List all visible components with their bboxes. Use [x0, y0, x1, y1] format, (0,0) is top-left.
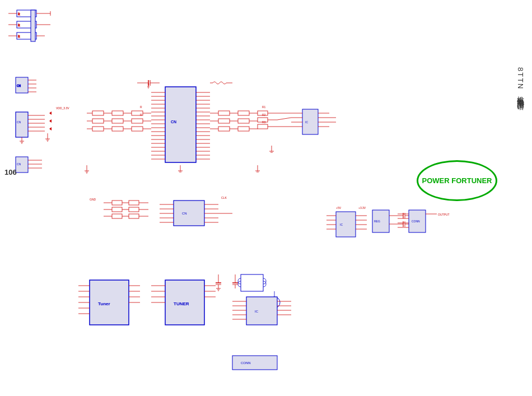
- svg-text:+5V: +5V: [336, 206, 342, 209]
- svg-rect-167: [112, 201, 122, 205]
- svg-rect-75: [112, 127, 123, 131]
- svg-text:+3.3V: +3.3V: [358, 206, 366, 209]
- svg-rect-168: [129, 201, 139, 205]
- svg-text:CN: CN: [17, 162, 21, 166]
- svg-text:CN: CN: [17, 84, 21, 87]
- svg-rect-91: [218, 127, 230, 131]
- svg-text:R: R: [18, 24, 20, 27]
- svg-marker-275: [49, 127, 52, 131]
- svg-rect-68: [112, 119, 123, 123]
- svg-rect-92: [238, 127, 249, 131]
- svg-text:R: R: [18, 35, 20, 38]
- svg-text:CN: CN: [182, 212, 187, 215]
- svg-text:CLK: CLK: [221, 196, 227, 199]
- svg-text:GND: GND: [90, 198, 96, 201]
- svg-text:R: R: [18, 12, 20, 16]
- svg-text:R2: R2: [262, 113, 266, 117]
- svg-rect-82: [238, 111, 249, 115]
- svg-text:R: R: [140, 113, 142, 117]
- svg-rect-108: [258, 124, 268, 129]
- power-for-tuner-annotation: POWER FOR TUNER: [417, 160, 497, 201]
- svg-text:CONN: CONN: [241, 361, 251, 365]
- svg-marker-273: [49, 111, 52, 115]
- svg-rect-177: [112, 214, 122, 218]
- svg-rect-69: [132, 119, 143, 123]
- svg-rect-60: [92, 111, 104, 115]
- svg-text:OUTPUT: OUTPUT: [438, 213, 450, 216]
- svg-rect-74: [92, 127, 104, 131]
- page-number: 106: [4, 168, 17, 176]
- power-for-tuner-text: POWER FOR: [422, 176, 467, 185]
- svg-text:CN: CN: [17, 120, 21, 124]
- svg-rect-86: [218, 119, 230, 123]
- svg-rect-147: [241, 274, 263, 291]
- svg-text:CN: CN: [171, 120, 176, 124]
- svg-rect-12: [31, 10, 35, 41]
- svg-line-113: [277, 118, 291, 120]
- svg-marker-274: [49, 119, 52, 123]
- svg-rect-153: [232, 356, 277, 370]
- svg-text:CONN: CONN: [412, 220, 420, 223]
- svg-text:Tuner: Tuner: [98, 301, 110, 306]
- svg-rect-81: [218, 111, 230, 115]
- svg-rect-61: [112, 111, 123, 115]
- svg-rect-87: [238, 119, 249, 123]
- svg-rect-247: [246, 297, 277, 325]
- svg-text:R: R: [140, 105, 142, 109]
- svg-rect-182: [336, 212, 356, 237]
- svg-rect-67: [92, 119, 104, 123]
- svg-rect-178: [129, 214, 139, 218]
- svg-text:R3: R3: [262, 120, 266, 124]
- svg-rect-172: [112, 207, 122, 212]
- svg-rect-173: [129, 207, 139, 212]
- svg-text:TUNER: TUNER: [174, 301, 189, 306]
- svg-text:REG: REG: [374, 220, 380, 223]
- svg-text:VDD_3.3V: VDD_3.3V: [56, 106, 69, 110]
- svg-rect-155: [174, 201, 204, 226]
- power-for-tuner-text2: TUNER: [467, 176, 492, 185]
- svg-rect-76: [132, 127, 143, 131]
- svg-text:IC: IC: [255, 310, 259, 313]
- chinese-label: 8TTN机穿电路图图谱: [515, 67, 525, 98]
- svg-rect-22: [165, 87, 196, 162]
- svg-rect-115: [16, 112, 28, 137]
- svg-text:IC: IC: [305, 120, 308, 124]
- schematic-canvas: R R R CN CN: [0, 0, 532, 396]
- svg-text:R1: R1: [262, 105, 266, 109]
- svg-text:IC: IC: [340, 223, 343, 226]
